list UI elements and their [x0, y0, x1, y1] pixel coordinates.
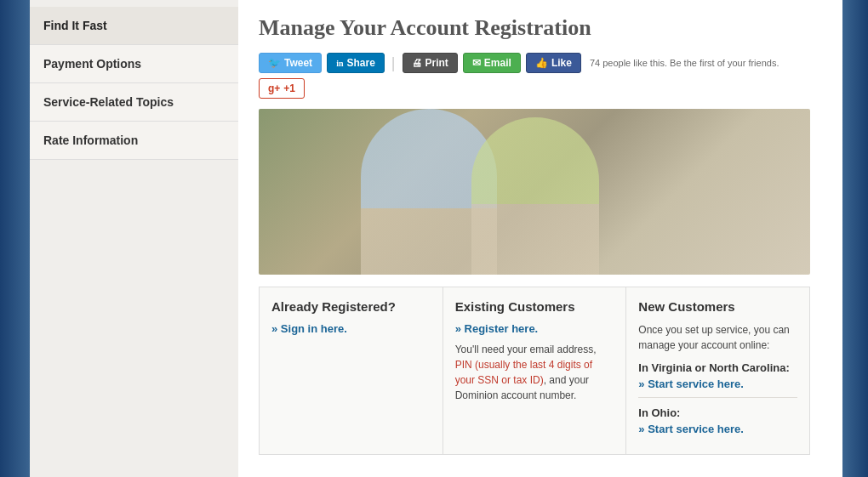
already-registered-column: Already Registered? Sign in here.	[259, 287, 443, 455]
like-button[interactable]: 👍 Like	[526, 53, 581, 73]
sidebar-item-rate-information[interactable]: Rate Information	[30, 122, 238, 160]
gplus-label: +1	[283, 82, 295, 94]
new-customers-title: New Customers	[638, 299, 797, 314]
new-customers-region2-heading: In Ohio:	[638, 406, 797, 419]
new-customers-region1-heading: In Virginia or North Carolina:	[638, 361, 797, 374]
social-bar: 🐦 Tweet in Share | 🖨 Print ✉ Email 👍 Lik…	[259, 53, 822, 99]
new-customers-column: New Customers Once you set up service, y…	[626, 287, 810, 455]
linkedin-icon: in	[336, 57, 343, 69]
three-columns: Already Registered? Sign in here. Existi…	[259, 287, 810, 455]
sign-in-link[interactable]: Sign in here.	[271, 322, 431, 335]
like-label: Like	[551, 57, 572, 69]
region-divider	[638, 397, 797, 398]
thumbs-up-icon: 👍	[535, 57, 548, 69]
twitter-icon: 🐦	[268, 57, 281, 69]
sidebar: Find It Fast Payment Options Service-Rel…	[30, 0, 238, 477]
sidebar-item-payment-options[interactable]: Payment Options	[30, 45, 238, 83]
gplus-button[interactable]: g+ +1	[259, 78, 305, 99]
tweet-label: Tweet	[284, 57, 312, 69]
register-link[interactable]: Register here.	[455, 322, 614, 335]
share-button[interactable]: in Share	[327, 53, 385, 73]
social-divider: |	[391, 54, 396, 72]
new-customers-intro: Once you set up service, you can manage …	[638, 322, 797, 353]
nc-va-start-service-link[interactable]: Start service here.	[638, 378, 797, 390]
already-registered-title: Already Registered?	[271, 299, 431, 314]
email-button[interactable]: ✉ Email	[463, 53, 521, 73]
right-blue-bar	[842, 0, 868, 477]
tweet-button[interactable]: 🐦 Tweet	[259, 53, 322, 73]
sidebar-item-find-it-fast[interactable]: Find It Fast	[30, 7, 238, 45]
main-content: Manage Your Account Registration 🐦 Tweet…	[238, 0, 842, 477]
share-label: Share	[346, 57, 374, 69]
like-count-text: 74 people like this. Be the first of you…	[590, 58, 779, 68]
printer-icon: 🖨	[412, 57, 422, 69]
email-icon: ✉	[472, 57, 481, 69]
existing-customers-title: Existing Customers	[455, 299, 614, 314]
print-button[interactable]: 🖨 Print	[403, 53, 458, 73]
email-label: Email	[484, 57, 511, 69]
gplus-icon: g+	[268, 82, 280, 94]
left-blue-bar	[0, 0, 30, 477]
sidebar-item-service-related-topics[interactable]: Service-Related Topics	[30, 83, 238, 122]
ohio-start-service-link[interactable]: Start service here.	[638, 423, 797, 435]
page-title: Manage Your Account Registration	[259, 15, 822, 41]
print-label: Print	[425, 57, 448, 69]
hero-image	[259, 109, 810, 275]
existing-customers-column: Existing Customers Register here. You'll…	[443, 287, 627, 455]
pin-highlight: PIN (usually the last 4 digits of your S…	[455, 359, 592, 386]
existing-customers-body: You'll need your email address, PIN (usu…	[455, 342, 614, 403]
